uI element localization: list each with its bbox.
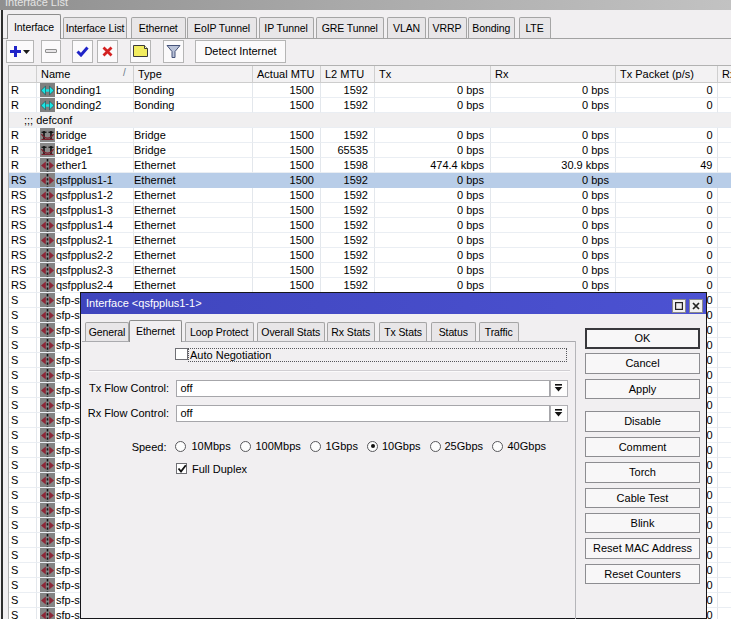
add-button[interactable]: [6, 40, 34, 63]
remove-button[interactable]: [41, 40, 61, 63]
cell-rx_packet: [718, 218, 731, 233]
cell-actual_mtu: 1500: [253, 278, 321, 293]
speed-radio-1gbps[interactable]: [310, 441, 321, 452]
tab-vlan[interactable]: VLAN: [387, 17, 426, 38]
rx-flow-control-dropdown-button[interactable]: [550, 405, 568, 422]
tab-vrrp[interactable]: VRRP: [428, 17, 467, 38]
comment-button[interactable]: Comment: [585, 437, 700, 458]
tab-interface-list[interactable]: Interface List: [63, 17, 127, 38]
table-row-qsfpplus2-2[interactable]: RSqsfpplus2-2Ethernet150015920 bps0 bps0: [9, 248, 731, 263]
table-row-qsfpplus1-2[interactable]: RSqsfpplus1-2Ethernet150015920 bps0 bps0: [9, 188, 731, 203]
column-header-rx[interactable]: Rx: [491, 66, 616, 82]
auto-negotiation-checkbox[interactable]: [175, 348, 188, 360]
speed-option-label: 10Mbps: [192, 440, 231, 452]
table-row-ether1[interactable]: Rether1Ethernet15001598474.4 kbps30.9 kb…: [9, 158, 731, 173]
cell-type: Ethernet: [134, 248, 253, 263]
cell-rx_packet: [718, 548, 731, 563]
disable-button[interactable]: Disable: [585, 411, 700, 432]
blink-button[interactable]: Blink: [585, 513, 700, 534]
torch-button[interactable]: Torch: [585, 462, 700, 483]
cross-icon: [102, 46, 113, 57]
cell-rx: 30.9 kbps: [491, 158, 616, 173]
ethernet-interface-icon: [40, 173, 55, 188]
tab-interface[interactable]: Interface: [7, 14, 61, 39]
cell-rx_packet: [718, 413, 731, 428]
tx-flow-control-dropdown-button[interactable]: [550, 380, 568, 397]
dropdown-arrow-icon: [554, 384, 563, 392]
cell-rx_packet: [718, 263, 731, 278]
table-row-qsfpplus1-3[interactable]: RSqsfpplus1-3Ethernet150015920 bps0 bps0: [9, 203, 731, 218]
tab-gre-tunnel[interactable]: GRE Tunnel: [316, 17, 385, 38]
speed-radio-100mbps[interactable]: [240, 441, 251, 452]
tab-lte[interactable]: LTE: [519, 17, 551, 38]
cell-rx: 0 bps: [491, 128, 616, 143]
column-header-tx_packet[interactable]: Tx Packet (p/s): [616, 66, 718, 82]
tab-ip-tunnel[interactable]: IP Tunnel: [259, 17, 314, 38]
table-row-bridge1[interactable]: Rbridge1Bridge1500655350 bps0 bps0: [9, 143, 731, 158]
column-header-type[interactable]: Type: [134, 66, 253, 82]
dialog-tab-tx-stats[interactable]: Tx Stats: [379, 322, 427, 341]
reset-counters-button[interactable]: Reset Counters: [585, 564, 700, 585]
disable-button[interactable]: [97, 40, 118, 63]
dialog-tab-loop-protect[interactable]: Loop Protect: [185, 322, 255, 341]
table-row-bonding2[interactable]: Rbonding2Bonding150015920 bps0 bps0: [9, 98, 731, 113]
column-header-flags[interactable]: [9, 66, 37, 82]
cell-type: Ethernet: [134, 158, 253, 173]
column-header-actual_mtu[interactable]: Actual MTU: [253, 66, 321, 82]
table-row-qsfpplus2-1[interactable]: RSqsfpplus2-1Ethernet150015920 bps0 bps0: [9, 233, 731, 248]
column-header-tx[interactable]: Tx: [375, 66, 491, 82]
table-row-qsfpplus1-1[interactable]: RSqsfpplus1-1Ethernet150015920 bps0 bps0: [9, 173, 731, 188]
full-duplex-checkbox[interactable]: [176, 463, 188, 474]
table-row-comment[interactable]: ;;; defconf: [9, 113, 731, 128]
cell-flags: S: [9, 593, 37, 608]
dialog-tab-general[interactable]: General: [85, 322, 129, 341]
table-row-bonding1[interactable]: Rbonding1Bonding150015920 bps0 bps0: [9, 83, 731, 98]
dialog-tab-ethernet[interactable]: Ethernet: [129, 320, 182, 342]
window-titlebar[interactable]: Interface List: [0, 0, 731, 10]
table-row-qsfpplus2-3[interactable]: RSqsfpplus2-3Ethernet150015920 bps0 bps0: [9, 263, 731, 278]
tab-bonding[interactable]: Bonding: [468, 17, 515, 38]
rx-flow-control-select[interactable]: off: [176, 405, 550, 422]
reset-mac-address-button[interactable]: Reset MAC Address: [585, 538, 700, 559]
cell-l2_mtu: 1592: [321, 203, 375, 218]
table-row-bridge[interactable]: RbridgeBridge150015920 bps0 bps0: [9, 128, 731, 143]
cell-name: qsfpplus2-1: [37, 233, 134, 248]
tab-eoip-tunnel[interactable]: EoIP Tunnel: [187, 17, 257, 38]
column-header-name[interactable]: Name: [37, 66, 134, 82]
cell-type: Ethernet: [134, 233, 253, 248]
cell-flags: S: [9, 548, 37, 563]
cell-tx_packet: 0: [616, 128, 718, 143]
dialog-maximize-button[interactable]: [672, 299, 686, 313]
speed-radio-40gbps[interactable]: [492, 441, 503, 452]
detect-internet-button[interactable]: Detect Internet: [195, 40, 286, 63]
speed-radio-10gbps[interactable]: [367, 441, 378, 452]
table-row-qsfpplus2-4[interactable]: RSqsfpplus2-4Ethernet150015920 bps0 bps0: [9, 278, 731, 293]
dialog-tab-overall-stats[interactable]: Overall Stats: [257, 322, 326, 341]
table-row-qsfpplus1-4[interactable]: RSqsfpplus1-4Ethernet150015920 bps0 bps0: [9, 218, 731, 233]
screen: { "window": { "title": "Interface List" …: [0, 0, 731, 619]
column-header-l2_mtu[interactable]: L2 MTU: [321, 66, 375, 82]
cell-l2_mtu: 1592: [321, 128, 375, 143]
cell-tx: 0 bps: [375, 173, 491, 188]
dialog-tab-traffic[interactable]: Traffic: [479, 322, 519, 341]
ok-button[interactable]: OK: [585, 328, 700, 349]
dialog-close-button[interactable]: [689, 299, 703, 313]
comment-button[interactable]: [130, 40, 151, 63]
ethernet-interface-icon: [40, 533, 55, 548]
column-header-rx_packet[interactable]: Rx Packet (p/s): [718, 66, 731, 82]
apply-button[interactable]: Apply: [585, 379, 700, 400]
ethernet-interface-icon: [40, 323, 55, 338]
dialog-titlebar[interactable]: Interface <qsfpplus1-1>: [81, 293, 706, 314]
ethernet-interface-icon: [40, 308, 55, 323]
tx-flow-control-select[interactable]: off: [176, 380, 550, 397]
speed-radio-10mbps[interactable]: [175, 441, 186, 452]
speed-radio-25gbps[interactable]: [430, 441, 441, 452]
dialog-tab-rx-stats[interactable]: Rx Stats: [327, 322, 375, 341]
filter-button[interactable]: [163, 40, 184, 63]
dialog-tab-status[interactable]: Status: [431, 322, 477, 341]
enable-button[interactable]: [72, 40, 94, 63]
tab-ethernet[interactable]: Ethernet: [131, 17, 186, 38]
cable-test-button[interactable]: Cable Test: [585, 488, 700, 509]
cancel-button[interactable]: Cancel: [585, 353, 700, 374]
cell-flags: S: [9, 608, 37, 619]
